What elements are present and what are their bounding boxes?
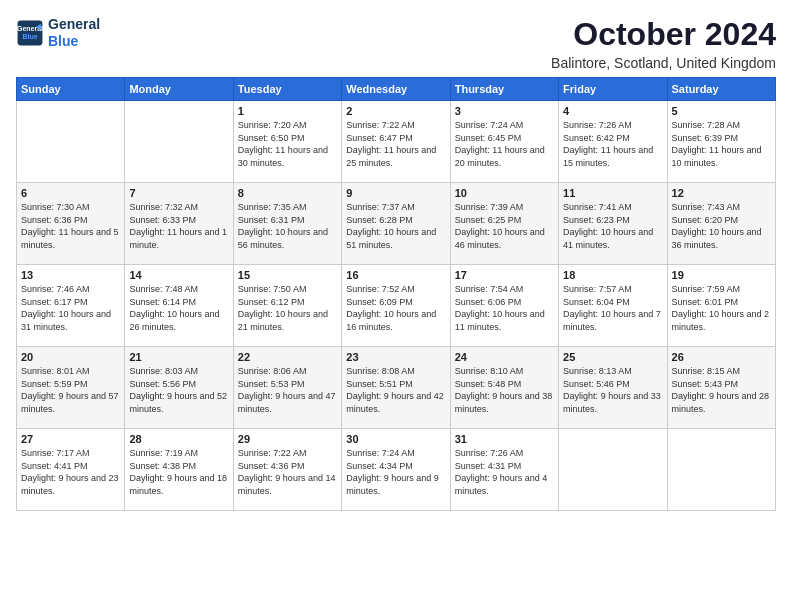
table-row (17, 101, 125, 183)
cell-content: Sunrise: 7:32 AMSunset: 6:33 PMDaylight:… (129, 202, 227, 250)
cell-content: Sunrise: 7:41 AMSunset: 6:23 PMDaylight:… (563, 202, 653, 250)
header-row: Sunday Monday Tuesday Wednesday Thursday… (17, 78, 776, 101)
cell-content: Sunrise: 7:39 AMSunset: 6:25 PMDaylight:… (455, 202, 545, 250)
cell-content: Sunrise: 8:10 AMSunset: 5:48 PMDaylight:… (455, 366, 553, 414)
table-row: 6Sunrise: 7:30 AMSunset: 6:36 PMDaylight… (17, 183, 125, 265)
cell-content: Sunrise: 7:43 AMSunset: 6:20 PMDaylight:… (672, 202, 762, 250)
day-number: 31 (455, 433, 554, 445)
table-row: 11Sunrise: 7:41 AMSunset: 6:23 PMDayligh… (559, 183, 667, 265)
table-row: 17Sunrise: 7:54 AMSunset: 6:06 PMDayligh… (450, 265, 558, 347)
cell-content: Sunrise: 7:30 AMSunset: 6:36 PMDaylight:… (21, 202, 119, 250)
day-number: 11 (563, 187, 662, 199)
col-saturday: Saturday (667, 78, 775, 101)
cell-content: Sunrise: 8:08 AMSunset: 5:51 PMDaylight:… (346, 366, 444, 414)
day-number: 4 (563, 105, 662, 117)
table-row: 1Sunrise: 7:20 AMSunset: 6:50 PMDaylight… (233, 101, 341, 183)
table-row: 4Sunrise: 7:26 AMSunset: 6:42 PMDaylight… (559, 101, 667, 183)
day-number: 21 (129, 351, 228, 363)
table-row: 22Sunrise: 8:06 AMSunset: 5:53 PMDayligh… (233, 347, 341, 429)
day-number: 7 (129, 187, 228, 199)
day-number: 2 (346, 105, 445, 117)
day-number: 18 (563, 269, 662, 281)
table-row (667, 429, 775, 511)
table-row: 9Sunrise: 7:37 AMSunset: 6:28 PMDaylight… (342, 183, 450, 265)
cell-content: Sunrise: 8:13 AMSunset: 5:46 PMDaylight:… (563, 366, 661, 414)
day-number: 29 (238, 433, 337, 445)
day-number: 6 (21, 187, 120, 199)
table-row: 13Sunrise: 7:46 AMSunset: 6:17 PMDayligh… (17, 265, 125, 347)
table-row: 31Sunrise: 7:26 AMSunset: 4:31 PMDayligh… (450, 429, 558, 511)
day-number: 5 (672, 105, 771, 117)
cell-content: Sunrise: 8:06 AMSunset: 5:53 PMDaylight:… (238, 366, 336, 414)
table-row: 19Sunrise: 7:59 AMSunset: 6:01 PMDayligh… (667, 265, 775, 347)
cell-content: Sunrise: 7:24 AMSunset: 6:45 PMDaylight:… (455, 120, 545, 168)
cell-content: Sunrise: 7:57 AMSunset: 6:04 PMDaylight:… (563, 284, 661, 332)
table-row: 12Sunrise: 7:43 AMSunset: 6:20 PMDayligh… (667, 183, 775, 265)
col-tuesday: Tuesday (233, 78, 341, 101)
location-title: Balintore, Scotland, United Kingdom (551, 55, 776, 71)
table-row: 15Sunrise: 7:50 AMSunset: 6:12 PMDayligh… (233, 265, 341, 347)
month-title: October 2024 (551, 16, 776, 53)
table-row (125, 101, 233, 183)
day-number: 19 (672, 269, 771, 281)
col-friday: Friday (559, 78, 667, 101)
table-row: 7Sunrise: 7:32 AMSunset: 6:33 PMDaylight… (125, 183, 233, 265)
cell-content: Sunrise: 7:37 AMSunset: 6:28 PMDaylight:… (346, 202, 436, 250)
table-row: 28Sunrise: 7:19 AMSunset: 4:38 PMDayligh… (125, 429, 233, 511)
cell-content: Sunrise: 8:15 AMSunset: 5:43 PMDaylight:… (672, 366, 770, 414)
day-number: 28 (129, 433, 228, 445)
col-thursday: Thursday (450, 78, 558, 101)
cell-content: Sunrise: 8:03 AMSunset: 5:56 PMDaylight:… (129, 366, 227, 414)
table-row: 16Sunrise: 7:52 AMSunset: 6:09 PMDayligh… (342, 265, 450, 347)
cell-content: Sunrise: 7:54 AMSunset: 6:06 PMDaylight:… (455, 284, 545, 332)
table-row: 8Sunrise: 7:35 AMSunset: 6:31 PMDaylight… (233, 183, 341, 265)
page: General Blue General Blue October 2024 B… (0, 0, 792, 521)
header: General Blue General Blue October 2024 B… (16, 16, 776, 71)
day-number: 23 (346, 351, 445, 363)
cell-content: Sunrise: 8:01 AMSunset: 5:59 PMDaylight:… (21, 366, 119, 414)
title-block: October 2024 Balintore, Scotland, United… (551, 16, 776, 71)
table-row: 10Sunrise: 7:39 AMSunset: 6:25 PMDayligh… (450, 183, 558, 265)
col-sunday: Sunday (17, 78, 125, 101)
cell-content: Sunrise: 7:24 AMSunset: 4:34 PMDaylight:… (346, 448, 439, 496)
day-number: 17 (455, 269, 554, 281)
cell-content: Sunrise: 7:17 AMSunset: 4:41 PMDaylight:… (21, 448, 119, 496)
table-row (559, 429, 667, 511)
logo: General Blue General Blue (16, 16, 100, 50)
table-row: 26Sunrise: 8:15 AMSunset: 5:43 PMDayligh… (667, 347, 775, 429)
logo-text-general: General (48, 16, 100, 33)
cell-content: Sunrise: 7:26 AMSunset: 4:31 PMDaylight:… (455, 448, 548, 496)
day-number: 1 (238, 105, 337, 117)
cell-content: Sunrise: 7:26 AMSunset: 6:42 PMDaylight:… (563, 120, 653, 168)
cell-content: Sunrise: 7:52 AMSunset: 6:09 PMDaylight:… (346, 284, 436, 332)
day-number: 10 (455, 187, 554, 199)
table-row: 24Sunrise: 8:10 AMSunset: 5:48 PMDayligh… (450, 347, 558, 429)
day-number: 8 (238, 187, 337, 199)
table-row: 18Sunrise: 7:57 AMSunset: 6:04 PMDayligh… (559, 265, 667, 347)
cell-content: Sunrise: 7:22 AMSunset: 6:47 PMDaylight:… (346, 120, 436, 168)
day-number: 24 (455, 351, 554, 363)
table-row: 25Sunrise: 8:13 AMSunset: 5:46 PMDayligh… (559, 347, 667, 429)
table-row: 5Sunrise: 7:28 AMSunset: 6:39 PMDaylight… (667, 101, 775, 183)
day-number: 27 (21, 433, 120, 445)
table-row: 27Sunrise: 7:17 AMSunset: 4:41 PMDayligh… (17, 429, 125, 511)
col-wednesday: Wednesday (342, 78, 450, 101)
table-row: 23Sunrise: 8:08 AMSunset: 5:51 PMDayligh… (342, 347, 450, 429)
cell-content: Sunrise: 7:48 AMSunset: 6:14 PMDaylight:… (129, 284, 219, 332)
day-number: 22 (238, 351, 337, 363)
table-row: 14Sunrise: 7:48 AMSunset: 6:14 PMDayligh… (125, 265, 233, 347)
day-number: 15 (238, 269, 337, 281)
col-monday: Monday (125, 78, 233, 101)
cell-content: Sunrise: 7:20 AMSunset: 6:50 PMDaylight:… (238, 120, 328, 168)
day-number: 26 (672, 351, 771, 363)
cell-content: Sunrise: 7:59 AMSunset: 6:01 PMDaylight:… (672, 284, 770, 332)
day-number: 14 (129, 269, 228, 281)
day-number: 3 (455, 105, 554, 117)
cell-content: Sunrise: 7:19 AMSunset: 4:38 PMDaylight:… (129, 448, 227, 496)
table-row: 21Sunrise: 8:03 AMSunset: 5:56 PMDayligh… (125, 347, 233, 429)
table-row: 30Sunrise: 7:24 AMSunset: 4:34 PMDayligh… (342, 429, 450, 511)
day-number: 9 (346, 187, 445, 199)
cell-content: Sunrise: 7:22 AMSunset: 4:36 PMDaylight:… (238, 448, 336, 496)
table-row: 29Sunrise: 7:22 AMSunset: 4:36 PMDayligh… (233, 429, 341, 511)
table-row: 3Sunrise: 7:24 AMSunset: 6:45 PMDaylight… (450, 101, 558, 183)
